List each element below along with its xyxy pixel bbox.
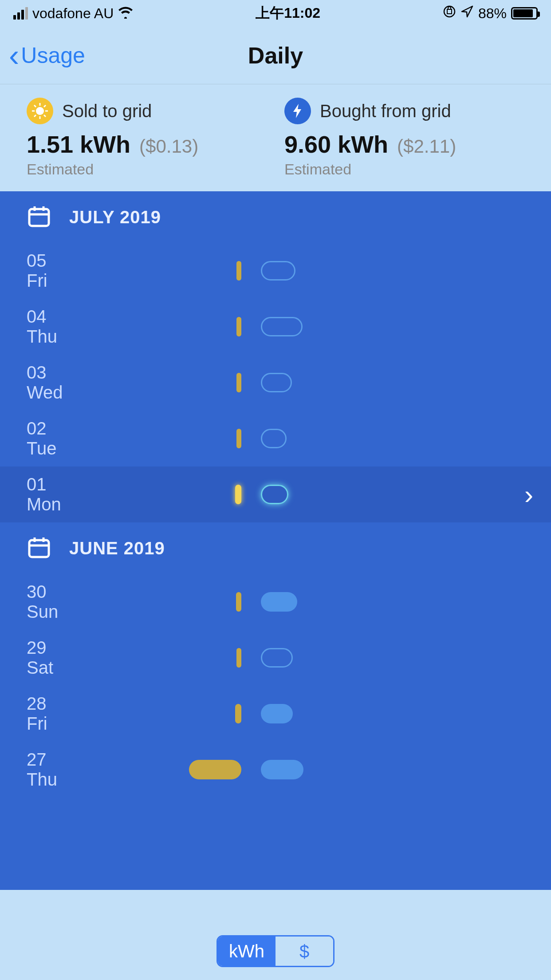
bought-bar [261,704,293,723]
sold-bar [189,760,241,779]
day-row[interactable]: 03Wed [0,355,551,411]
date-block: 03Wed [27,363,142,403]
svg-line-9 [34,115,36,117]
carrier-label: vodafone AU [32,5,114,22]
bar-group [142,411,524,466]
date-num: 30 [27,582,142,602]
date-dow: Sat [27,658,142,678]
battery-fill [513,9,533,17]
date-block: 02Tue [27,419,142,458]
bought-bar [261,373,292,392]
bought-estimated: Estimated [284,161,524,178]
day-row[interactable]: 30Sun [0,574,551,630]
chevron-left-icon: ‹ [9,40,19,71]
date-num: 27 [27,750,142,770]
bought-bar [261,648,293,668]
sold-label: Sold to grid [62,101,152,121]
unit-toggle-kwh[interactable]: kWh [218,937,276,966]
sold-bar [236,429,241,448]
bought-bar [261,429,287,448]
svg-point-1 [36,107,44,115]
chevron-right-icon: › [524,479,533,510]
unit-toggle-dollar[interactable]: $ [276,937,333,966]
day-row[interactable]: 28Fri [0,686,551,742]
svg-point-0 [444,6,455,17]
bottom-bar: kWh $ [0,922,551,980]
date-dow: Sun [27,602,142,622]
date-num: 05 [27,251,142,271]
bar-group [142,574,524,630]
nav-header: ‹ Usage Daily [0,27,551,84]
bought-summary: Bought from grid 9.60 kWh ($2.11) Estima… [284,98,524,178]
bar-group [142,742,524,798]
bought-bar [261,261,295,281]
date-num: 04 [27,307,142,327]
svg-rect-10 [29,209,49,226]
date-block: 05Fri [27,251,142,291]
status-left: vodafone AU [13,5,133,22]
day-row[interactable]: 29Sat [0,630,551,686]
sold-value: 1.51 kWh [27,130,130,158]
calendar-icon [27,204,51,230]
bar-group [142,299,524,355]
battery-icon [511,7,538,20]
month-header: JUNE 2019 [0,522,551,574]
unit-toggle: kWh $ [216,935,335,967]
date-num: 01 [27,474,142,494]
location-icon [460,5,474,22]
date-num: 28 [27,694,142,714]
sold-bar [236,592,241,612]
day-row[interactable]: 02Tue [0,411,551,466]
back-button[interactable]: ‹ Usage [9,40,85,71]
date-block: 28Fri [27,694,142,734]
month-header: JULY 2019 [0,191,551,243]
summary-section: Sold to grid 1.51 kWh ($0.13) Estimated … [0,84,551,191]
date-num: 02 [27,419,142,439]
day-row[interactable]: 27Thu [0,742,551,798]
bar-group [142,355,524,411]
bought-bar [261,317,303,336]
sold-bar [236,648,241,668]
date-dow: Fri [27,714,142,734]
date-dow: Thu [27,770,142,790]
svg-line-8 [44,105,46,107]
bolt-icon [284,98,311,124]
date-num: 29 [27,638,142,658]
date-block: 04Thu [27,307,142,347]
date-dow: Thu [27,327,142,347]
date-dow: Fri [27,271,142,291]
calendar-icon [27,535,51,561]
sold-bar [236,317,241,336]
status-right: 88% [443,5,538,22]
daily-list[interactable]: JULY 201905Fri04Thu03Wed02Tue01Mon›JUNE … [0,191,551,890]
sold-bar [236,373,241,392]
bar-group [142,243,524,299]
day-row[interactable]: 05Fri [0,243,551,299]
date-block: 29Sat [27,638,142,678]
svg-line-6 [34,105,36,107]
month-label: JUNE 2019 [69,538,165,558]
day-row[interactable]: 04Thu [0,299,551,355]
date-num: 03 [27,363,142,383]
bar-group [142,686,524,742]
date-dow: Wed [27,383,142,403]
date-block: 27Thu [27,750,142,790]
sold-bar [235,485,241,504]
day-row[interactable]: 01Mon› [0,466,551,522]
date-dow: Mon [27,494,142,514]
status-time: 上午11:02 [256,4,320,23]
date-block: 01Mon [27,474,142,514]
svg-rect-14 [29,540,49,557]
sun-icon [27,98,53,124]
bought-bar [261,485,288,504]
bought-bar [261,760,303,779]
page-title: Daily [248,42,303,69]
back-label: Usage [21,43,85,68]
bought-price: ($2.11) [397,136,456,157]
bought-label: Bought from grid [320,101,451,121]
sold-estimated: Estimated [27,161,267,178]
battery-pct: 88% [478,5,507,22]
sold-summary: Sold to grid 1.51 kWh ($0.13) Estimated [27,98,267,178]
bar-group [142,466,524,522]
orientation-lock-icon [443,5,456,22]
